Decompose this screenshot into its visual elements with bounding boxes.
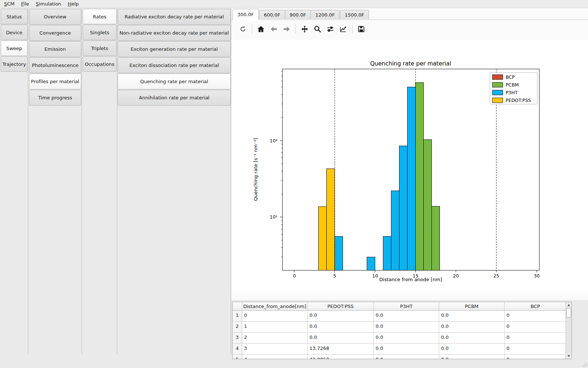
- column-separator: [28, 8, 28, 354]
- nav-emission[interactable]: Emission: [29, 41, 81, 57]
- bar-PEDOT:PSS: [327, 169, 335, 270]
- table-cell[interactable]: 2: [242, 333, 308, 344]
- table-cell[interactable]: 0.0: [308, 333, 374, 344]
- nav-status[interactable]: Status: [1, 9, 28, 24]
- table-cell[interactable]: 0: [505, 322, 566, 333]
- forward-icon[interactable]: [282, 24, 292, 34]
- nav-photoluminescence[interactable]: Photoluminescence: [29, 57, 81, 73]
- row-number[interactable]: 4: [233, 344, 242, 355]
- toolbar-separator: [295, 25, 296, 33]
- scrollbar-thumb[interactable]: [566, 308, 571, 318]
- x-axis-label: Distance from anode [nm]: [379, 277, 442, 282]
- table-cell[interactable]: 0.0: [439, 322, 505, 333]
- customize-icon[interactable]: [338, 24, 348, 34]
- column-header[interactable]: PCBM: [439, 302, 505, 311]
- table-cell[interactable]: 0.0: [374, 322, 439, 333]
- table-cell[interactable]: 0.0: [308, 311, 374, 322]
- menu-scm[interactable]: SCM: [1, 1, 18, 7]
- table-cell[interactable]: 1: [242, 322, 308, 333]
- nav-quenching-rate[interactable]: Quenching rate per material: [118, 74, 231, 89]
- nav-sweep[interactable]: Sweep: [1, 40, 28, 56]
- nav-nonradiative-decay-rate[interactable]: Non-radiative exciton decay rate per mat…: [118, 25, 231, 41]
- column-header[interactable]: BCP: [505, 302, 566, 311]
- table-cell[interactable]: 0.0: [439, 333, 505, 344]
- column-header[interactable]: P3HT: [374, 302, 439, 311]
- plot-canvas[interactable]: 05101520253010¹10²Quenching rate per mat…: [232, 40, 588, 293]
- row-number[interactable]: 1: [233, 311, 242, 322]
- scroll-down-icon[interactable]: ▼: [566, 353, 571, 359]
- back-icon[interactable]: [269, 24, 279, 34]
- table-cell[interactable]: 0.0: [374, 344, 439, 355]
- table-cell[interactable]: 0.0: [439, 355, 505, 359]
- nav-radiative-decay-rate[interactable]: Radiative exciton decay rate per materia…: [118, 9, 231, 25]
- nav-convergence[interactable]: Convergence: [29, 25, 81, 41]
- table-cell[interactable]: 0.0: [374, 311, 439, 322]
- table-cell[interactable]: 0: [242, 311, 308, 322]
- x-tick-label: 30: [534, 273, 539, 279]
- row-number[interactable]: 5: [233, 355, 242, 359]
- subplots-icon[interactable]: [325, 24, 336, 34]
- nav-trajectory[interactable]: Trajectory: [1, 56, 28, 72]
- legend-label: PCBM: [506, 82, 519, 88]
- save-icon[interactable]: [356, 24, 366, 34]
- tabbar-baseline: [231, 20, 588, 20]
- table-header: Distance_from_anode[nm]PEDOT:PSSP3HTPCBM…: [233, 302, 566, 311]
- table-row: 320.00.00.00: [233, 333, 566, 344]
- table-cell[interactable]: 0.0: [308, 322, 374, 333]
- table-cell[interactable]: 3: [242, 344, 308, 355]
- x-tick-label: 25: [494, 273, 499, 279]
- refresh-icon[interactable]: [238, 24, 248, 34]
- column-separator: [117, 8, 117, 354]
- bar-P3HT: [367, 257, 375, 270]
- menu-file[interactable]: File: [18, 1, 33, 7]
- legend-swatch: [492, 75, 503, 79]
- nav-exciton-generation-rate[interactable]: Exciton generation rate per material: [118, 41, 231, 57]
- toolbar-separator: [252, 25, 252, 33]
- zoom-icon[interactable]: [312, 24, 323, 34]
- y-tick-label: 10¹: [270, 214, 277, 220]
- resize-grip[interactable]: [581, 361, 587, 367]
- nav-occupations[interactable]: Occupations: [83, 56, 116, 72]
- scroll-up-icon[interactable]: ▲: [566, 302, 571, 308]
- legend-swatch: [492, 98, 503, 103]
- nav-rates[interactable]: Rates: [83, 9, 116, 24]
- table-cell[interactable]: 0: [505, 355, 566, 359]
- table-cell[interactable]: 0.0: [439, 311, 505, 322]
- nav-overview[interactable]: Overview: [29, 9, 81, 25]
- column-header[interactable]: PEDOT:PSS: [308, 302, 374, 311]
- nav-singlets[interactable]: Singlets: [83, 25, 116, 40]
- table-cell[interactable]: 0: [505, 344, 566, 355]
- tab-600f[interactable]: 600.0F: [259, 10, 285, 19]
- row-number[interactable]: 3: [233, 333, 242, 344]
- row-number[interactable]: 2: [233, 322, 242, 333]
- nav-profiles-per-material[interactable]: Profiles per material: [29, 74, 81, 89]
- x-tick-label: 0: [293, 273, 296, 279]
- table-cell[interactable]: 4: [242, 355, 308, 359]
- nav-triplets[interactable]: Triplets: [83, 40, 116, 56]
- column-separator: [82, 8, 82, 354]
- table-cell[interactable]: 0.0: [374, 333, 439, 344]
- menu-simulation[interactable]: Simulation: [32, 1, 64, 7]
- pan-icon[interactable]: [300, 24, 310, 34]
- nav-exciton-dissociation-rate[interactable]: Exciton dissociation rate per material: [118, 57, 231, 73]
- nav-annihilation-rate[interactable]: Annihilation rate per material: [118, 90, 231, 106]
- tab-300f[interactable]: 300.0F: [233, 9, 259, 20]
- nav-time-progress[interactable]: Time progress: [29, 90, 81, 106]
- table-cell[interactable]: 43.0858: [308, 355, 374, 359]
- table-cell[interactable]: 0: [505, 311, 566, 322]
- table-cell[interactable]: 0: [505, 333, 566, 344]
- home-icon[interactable]: [256, 24, 266, 34]
- nav-device[interactable]: Device: [1, 25, 28, 40]
- menu-help[interactable]: Help: [65, 1, 82, 7]
- column-header[interactable]: Distance_from_anode[nm]: [242, 302, 308, 311]
- table-cell[interactable]: 0.0: [439, 344, 505, 355]
- table-scrollbar[interactable]: ▲ ▼: [566, 302, 571, 359]
- toolbar-separator: [352, 25, 352, 33]
- tab-1500f[interactable]: 1500.0F: [340, 10, 369, 19]
- legend-swatch: [492, 82, 503, 87]
- table-cell[interactable]: 13.7268: [308, 344, 374, 355]
- table-row: 4313.72680.00.00: [233, 344, 566, 355]
- tab-1200f[interactable]: 1200.0F: [311, 10, 340, 19]
- tab-900f[interactable]: 900.0F: [285, 10, 311, 19]
- table-cell[interactable]: 0.0: [374, 355, 439, 359]
